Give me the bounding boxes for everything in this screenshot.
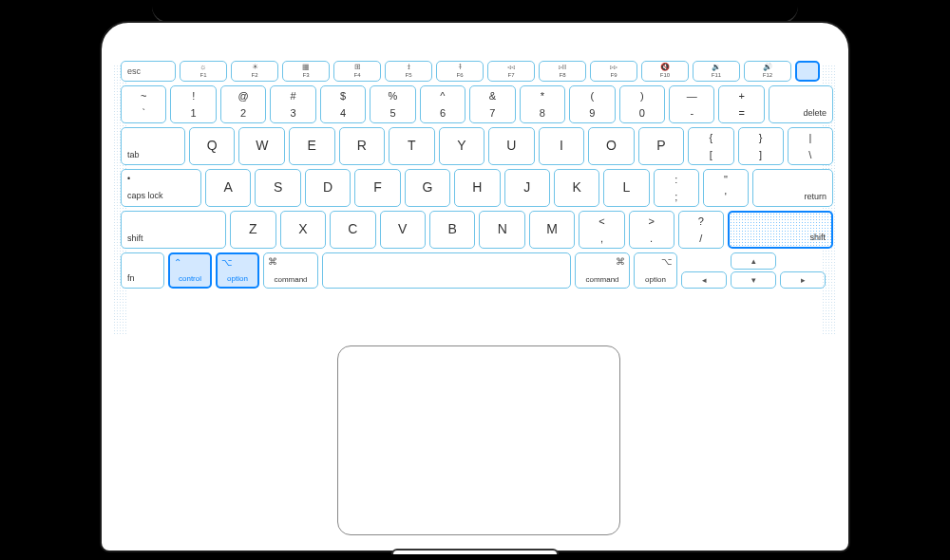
arrow-pad [780,252,826,270]
key-esc[interactable]: esc [121,61,176,82]
key-f9[interactable]: ▹▹F9 [590,61,637,82]
key-arrow-down[interactable]: ▾ [731,271,776,289]
key-upper: : [674,174,677,185]
key-a[interactable]: A [205,169,251,207]
key-punct[interactable]: ?/ [678,211,724,249]
key-x[interactable]: X [280,211,326,249]
key-[[interactable]: {[ [688,127,733,165]
key-w[interactable]: W [238,127,285,165]
key-tab[interactable]: tab [121,127,185,165]
control-label: control [179,275,201,284]
key-t[interactable]: T [389,127,435,165]
key-l[interactable]: L [603,169,649,207]
key-b[interactable]: B [429,211,475,249]
key-spacebar[interactable] [322,252,571,289]
key-3[interactable]: #3 [270,85,315,123]
key-f2[interactable]: ☀F2 [231,61,278,82]
key-4[interactable]: $4 [320,85,366,123]
fn-icon: ☼ [200,64,206,71]
key-upper: ^ [440,90,445,102]
key-capslock[interactable]: • caps lock [121,169,201,207]
trackpad[interactable] [337,345,620,535]
key-f8[interactable]: ▹IIF8 [539,61,586,82]
key-shift-left[interactable]: shift [121,211,226,249]
key-d[interactable]: D [305,169,351,207]
key-arrow-up[interactable]: ▴ [731,252,776,270]
key-=[interactable]: += [718,85,764,123]
key-g[interactable]: G [405,169,450,207]
key-control-left[interactable]: ⌃ control [168,252,212,289]
key-option-left[interactable]: ⌥ option [216,252,259,289]
key-upper: $ [340,90,346,102]
key-punct[interactable]: "' [703,169,749,207]
key--[interactable]: —- [669,85,714,123]
key-option-right[interactable]: ⌥ option [634,252,677,289]
key-e[interactable]: E [289,127,335,165]
key-f6[interactable]: ⤉F6 [436,61,484,82]
key-r[interactable]: R [339,127,386,165]
key-lower: ; [674,191,677,202]
key-arrow-left[interactable]: ◂ [681,271,727,289]
key-m[interactable]: M [529,211,575,249]
key-f[interactable]: F [354,169,400,207]
key-8[interactable]: *8 [520,85,565,123]
key-1[interactable]: !1 [170,85,216,123]
control-icon: ⌃ [174,257,181,268]
key-lower: 2 [240,107,246,119]
key-arrow-right[interactable]: ▸ [780,271,826,289]
key-f10[interactable]: 🔇F10 [641,61,689,82]
fn-icon: 🔉 [712,64,721,71]
capslock-label: caps lock [127,192,163,201]
key-i[interactable]: I [539,127,585,165]
key-f11[interactable]: 🔉F11 [693,61,740,82]
key-f3[interactable]: ▦F3 [282,61,330,82]
key-command-right[interactable]: ⌘ command [575,252,630,289]
key-5[interactable]: %5 [370,85,415,123]
key-fn[interactable]: fn [121,252,164,289]
fn-label: F8 [559,72,565,79]
key-\[interactable]: |\ [788,127,833,165]
key-z[interactable]: Z [230,211,276,249]
key-0[interactable]: )0 [619,85,665,123]
key-f1[interactable]: ☼F1 [180,61,227,82]
key-c[interactable]: C [330,211,375,249]
key-u[interactable]: U [488,127,535,165]
key-s[interactable]: S [255,169,300,207]
key-shift-right[interactable]: shift [728,211,833,249]
key-punct[interactable]: :; [654,169,699,207]
key-k[interactable]: K [554,169,599,207]
key-upper: " [724,174,728,185]
key-y[interactable]: Y [439,127,485,165]
key-][interactable]: }] [738,127,784,165]
key-2[interactable]: @2 [220,85,266,123]
fn-icon: ▹II [559,64,566,71]
key-7[interactable]: &7 [469,85,515,123]
option-icon: ⌥ [661,256,673,267]
key-h[interactable]: H [454,169,500,207]
key-lower: 0 [639,107,645,119]
key-delete[interactable]: delete [769,85,833,123]
key-o[interactable]: O [588,127,635,165]
key-upper: @ [238,90,249,102]
key-f4[interactable]: ⊞F4 [333,61,381,82]
key-v[interactable]: V [380,211,426,249]
key-punct[interactable]: >. [629,211,674,249]
key-punct[interactable]: <, [579,211,624,249]
key-j[interactable]: J [504,169,550,207]
row-number: ~`!1@2#3$4%5^6&7*8(9)0—-+= delete [121,85,833,123]
key-command-left[interactable]: ⌘ command [263,252,318,289]
key-return[interactable]: return [752,169,833,207]
key-lower: 9 [589,107,595,119]
key-f12[interactable]: 🔊F12 [744,61,791,82]
key-9[interactable]: (9 [569,85,615,123]
key-n[interactable]: N [479,211,524,249]
key-p[interactable]: P [638,127,685,165]
key-power[interactable] [795,61,820,82]
key-lower: ` [142,107,145,119]
key-lower: / [699,233,702,244]
key-f5[interactable]: ⤈F5 [385,61,432,82]
key-q[interactable]: Q [189,127,236,165]
key-`[interactable]: ~` [121,85,166,123]
key-6[interactable]: ^6 [420,85,466,123]
key-f7[interactable]: ◃◃F7 [487,61,535,82]
